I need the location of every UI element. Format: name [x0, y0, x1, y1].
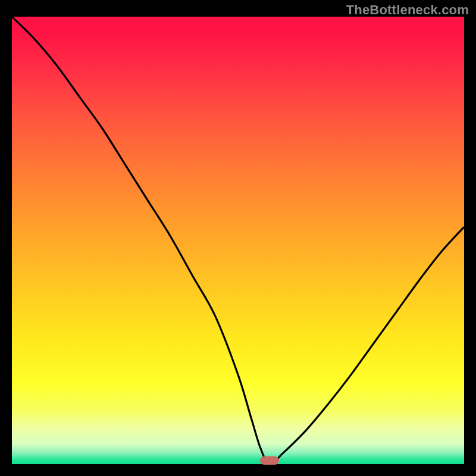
plot-area	[12, 17, 464, 464]
curve-path	[12, 17, 464, 464]
optimal-marker	[260, 456, 279, 465]
watermark-text: TheBottleneck.com	[346, 2, 469, 18]
bottleneck-curve	[12, 17, 464, 464]
chart-frame: TheBottleneck.com	[0, 0, 476, 476]
